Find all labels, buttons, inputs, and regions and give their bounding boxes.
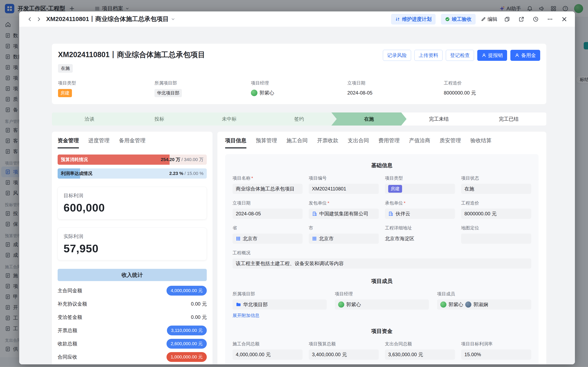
check-circle-icon	[445, 17, 450, 22]
members-field: 项目成员 郭紫心 郭淑娴	[437, 291, 531, 319]
modal-header: XM2024110801丨商业综合体施工总承包项目 维护进度计划 竣工验收	[19, 11, 575, 27]
finance-tab[interactable]: 进度管理	[88, 137, 110, 148]
field-value[interactable]: 北京市 北京市	[232, 234, 303, 244]
finance-row: 合同应收 1,000,000.00 元	[58, 350, 207, 364]
form-field: 工程概况 该工程主要包括土建工程、设备安装和调试等内容 该	[232, 250, 531, 269]
avatar	[338, 301, 344, 308]
copy-icon[interactable]	[503, 15, 511, 24]
form-field: 地图定位	[461, 225, 531, 244]
close-icon[interactable]	[560, 15, 569, 24]
field-value[interactable]	[461, 234, 531, 244]
field-value[interactable]: 房建 房建	[385, 184, 455, 194]
summary-field: 工程造价 8000000.00 元 8000000.00 元	[444, 80, 540, 97]
form-field: 施工合同总额 4,000,000.00 元	[232, 341, 303, 360]
field-value[interactable]: 该工程主要包括土建工程、设备安装和调试等内容 该工程主要包括土建工程、设备安装和…	[232, 259, 531, 269]
field-value[interactable]: 北京市 北京市	[309, 234, 379, 244]
edit-button[interactable]: 编辑	[481, 16, 497, 23]
summary-field: 所属项目部 华北项目部 华北项目部	[154, 80, 251, 97]
project-detail-modal: XM2024110801丨商业综合体施工总承包项目 维护进度计划 竣工验收	[19, 11, 575, 364]
members-value[interactable]: 郭紫心 郭淑娴	[437, 300, 531, 310]
field-value[interactable]: 15.00%	[461, 350, 531, 360]
summary-field: 项目类型 房建 房建	[58, 80, 154, 97]
amount-pill: 4,000,000.00 元	[167, 286, 207, 296]
summary-fields: 项目类型 房建 房建 所属项目部 华北项目部 华北项目部	[58, 80, 540, 97]
info-tab[interactable]: 产值洽商	[409, 137, 430, 148]
field-value[interactable]: 伙伴云 伙伴云	[385, 209, 455, 219]
field-value[interactable]: 3,630,000.00 元	[385, 350, 455, 360]
summary-action-button[interactable]: 登记检查	[446, 50, 474, 61]
maintain-schedule-button[interactable]: 维护进度计划	[391, 14, 435, 25]
forward-button[interactable]	[34, 15, 43, 24]
project-info-panel: 项目信息预算管理施工合同开票收款支出合同费用管理产值洽商质安管理验收结算 基础信…	[217, 132, 546, 364]
info-tab[interactable]: 验收结算	[470, 137, 492, 148]
field-value[interactable]: 商业综合体施工总承包项目 商业综合体施工总承包项目	[232, 184, 303, 194]
stage-step[interactable]: 在施	[331, 112, 407, 125]
target-profit-card: 目标利润 600,000	[58, 187, 207, 219]
field-value[interactable]: 4,000,000.00 元	[232, 350, 303, 360]
history-clock-icon[interactable]	[531, 15, 540, 24]
form-field: 省 北京市 北京市	[232, 225, 303, 244]
stage-step[interactable]: 完工未结	[401, 112, 477, 125]
title-chevron-down-icon[interactable]	[171, 17, 175, 21]
finance-row: 收款总额 2,600,000.00 元	[58, 337, 207, 350]
stage-step[interactable]: 洽谈	[52, 112, 127, 125]
building-icon	[388, 211, 393, 216]
completion-acceptance-button[interactable]: 竣工验收	[441, 14, 476, 25]
summary-field: 项目经理 郭紫心 郭紫心	[251, 80, 347, 97]
finance-tab[interactable]: 备用金管理	[119, 137, 145, 148]
form-field: 项目预算总额 3,400,000.00 元	[309, 341, 379, 360]
funds-fields-grid: 施工合同总额 4,000,000.00 元 项目预算总额 3,400,000.0…	[232, 341, 531, 364]
stage-step[interactable]: 未中标	[192, 112, 267, 125]
info-tab[interactable]: 预算管理	[256, 137, 277, 148]
amount-pill: 0.00 元	[191, 301, 207, 307]
manager-value[interactable]: 郭紫心	[335, 300, 429, 310]
finance-rows: 主合同金额 4,000,000.00 元 补充协议金额 0.00 元 变洽签金额…	[58, 284, 207, 364]
form-field: 项目目标利润率 15.00%	[461, 341, 531, 360]
summary-action-button[interactable]: 备用金	[510, 50, 540, 61]
info-tab[interactable]: 项目信息	[225, 137, 246, 148]
share-icon[interactable]	[517, 15, 526, 24]
stage-step[interactable]: 投标	[122, 112, 197, 125]
info-tab[interactable]: 费用管理	[378, 137, 400, 148]
field-value[interactable]: 2024-08-05 2024-08-05	[232, 209, 303, 219]
summary-action-button[interactable]: 提报销	[477, 50, 507, 61]
summary-action-button[interactable]: 记录风险	[383, 50, 411, 61]
form-field: 市 北京市 北京市	[309, 225, 379, 244]
modal-title: XM2024110801丨商业综合体施工总承包项目	[46, 15, 169, 23]
field-value[interactable]: 北京市海淀区 北京市海淀区	[385, 234, 455, 244]
more-icon[interactable]	[545, 15, 554, 24]
info-body: 基础信息 项目名称*	[225, 154, 538, 364]
region-grid-icon	[312, 236, 317, 241]
form-field: 工程造价 8000000.00 元 8000000.00	[461, 200, 531, 219]
stage-stepper: 洽谈投标未中标签约在施完工未结完工已结	[52, 112, 546, 125]
info-tab[interactable]: 支出合同	[348, 137, 369, 148]
summary-action-button[interactable]: 上传资料	[414, 50, 443, 61]
summary-actions: 记录风险 上传资料 登记检查	[383, 50, 540, 61]
field-tag: 房建	[388, 185, 402, 193]
info-tab[interactable]: 开票收款	[317, 137, 338, 148]
actual-profit-value: 57,950	[64, 242, 201, 255]
dept-field: 所属项目部 华北项目部 展开附加信息	[232, 291, 327, 319]
budget-progress-bar: 预算消耗情况 254.20 万/ 340.00 万	[58, 155, 207, 165]
summary-field: 立项日期 2024-08-05 2024-08-05	[347, 80, 444, 97]
form-field: 发包单位* 中国建筑集团有限公司 中国建筑集团有限公司	[309, 200, 379, 219]
expand-extra-info-link[interactable]: 展开附加信息	[232, 312, 327, 319]
info-tab[interactable]: 施工合同	[286, 137, 308, 148]
field-value[interactable]: XM2024110801 XM2024110801	[309, 184, 379, 194]
field-value[interactable]: 中国建筑集团有限公司 中国建筑集团有限公司	[309, 209, 379, 219]
folder-icon	[236, 302, 241, 307]
finance-row: 变洽签金额 0.00 元	[58, 310, 207, 324]
income-statistics-button[interactable]: 收入统计	[58, 269, 207, 281]
stage-step[interactable]: 签约	[262, 112, 337, 125]
field-value[interactable]: 8000000.00 元 8000000.00 元	[461, 209, 531, 219]
info-tab[interactable]: 质安管理	[440, 137, 461, 148]
dept-value[interactable]: 华北项目部	[232, 300, 327, 310]
field-value[interactable]: 在施 在施	[461, 184, 531, 194]
field-value[interactable]: 3,400,000.00 元	[309, 350, 379, 360]
form-field: 项目状态 在施 在施	[461, 175, 531, 194]
back-button[interactable]	[25, 15, 34, 24]
finance-tab[interactable]: 资金管理	[58, 137, 79, 148]
amount-pill: 2,600,000.00 元	[167, 339, 207, 349]
stage-step[interactable]: 完工已结	[471, 112, 546, 125]
status-badge: 在施	[58, 64, 73, 73]
